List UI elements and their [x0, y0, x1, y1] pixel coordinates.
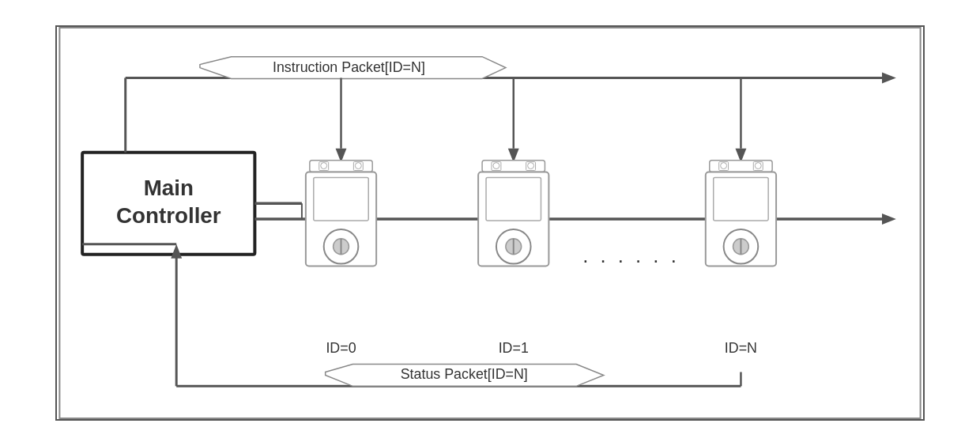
instruction-packet-label: Instruction Packet[ID=N] [273, 59, 425, 75]
svg-point-35 [721, 163, 727, 169]
deviceN-label: ID=N [725, 340, 757, 356]
device-N [706, 161, 776, 266]
diagram-container: Main Controller Instruction Packet[ID=N] [55, 25, 925, 421]
device0-label: ID=0 [326, 340, 356, 356]
device-1 [478, 161, 548, 266]
status-packet-label: Status Packet[ID=N] [401, 366, 528, 382]
svg-point-26 [528, 163, 534, 169]
svg-point-36 [755, 163, 761, 169]
svg-rect-21 [486, 177, 541, 221]
ellipsis: . . . . . . [582, 244, 679, 266]
svg-point-16 [355, 163, 361, 169]
svg-rect-31 [714, 177, 768, 221]
main-controller-label2: Controller [116, 203, 221, 228]
main-controller-label: Main [144, 176, 194, 200]
device1-label: ID=1 [499, 340, 529, 356]
device-0 [306, 161, 376, 266]
svg-rect-11 [314, 177, 368, 221]
svg-point-25 [493, 163, 499, 169]
svg-point-15 [321, 163, 327, 169]
